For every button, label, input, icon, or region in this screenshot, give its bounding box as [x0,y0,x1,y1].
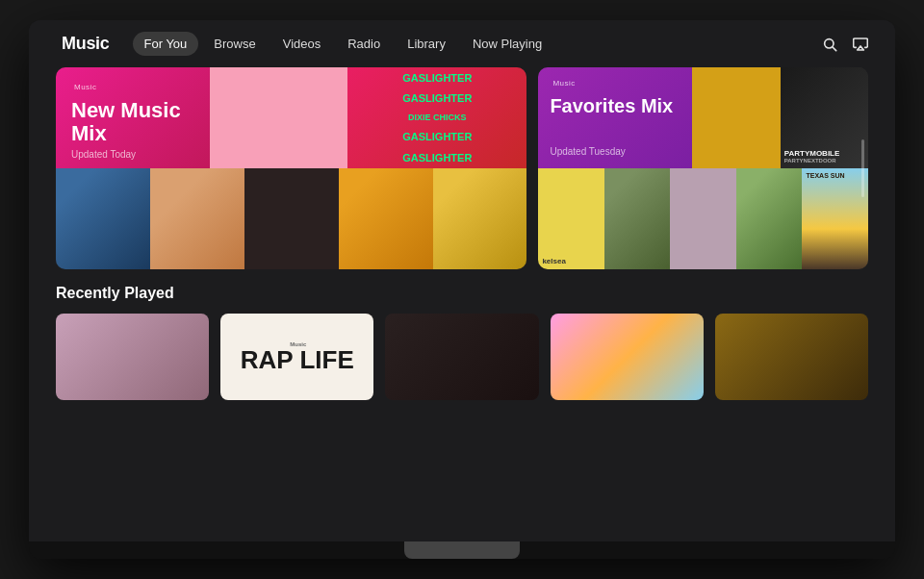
navbar: Music For You Browse Videos Radio Librar… [29,20,895,67]
left-panel: Music New Music Mix Updated Today GASLIG… [56,67,526,269]
screen: Music For You Browse Videos Radio Librar… [29,20,895,541]
tv-frame: Music For You Browse Videos Radio Librar… [29,20,895,559]
recently-played-section: Recently Played Music [56,285,868,400]
svg-marker-2 [858,46,864,50]
gaslighter-line4: GASLIGHTER [398,148,475,167]
recent-item-dark[interactable] [385,314,538,400]
album-gold [692,67,780,168]
thumb-mauve [670,168,736,269]
scrollbar [861,139,864,197]
app-name: Music [62,34,110,54]
thumb-blonde [150,168,244,269]
nav-item-radio[interactable]: Radio [336,32,392,56]
new-music-badge: Music [71,83,194,91]
nav-item-now-playing[interactable]: Now Playing [461,32,553,56]
right-top: Music Favorites Mix Updated Tuesday PART… [538,67,868,168]
recent-item-people[interactable] [56,314,209,400]
featured-row: Music New Music Mix Updated Today GASLIG… [56,67,868,269]
album-art-1 [210,67,347,168]
favorites-title: Favorites Mix [550,95,680,116]
gaslighter-card[interactable]: GASLIGHTER GASLIGHTER DIXIE CHICKS GASLI… [347,67,526,168]
recently-played-grid: Music RAP LIFE [56,314,868,400]
nav-item-browse[interactable]: Browse [202,32,267,56]
main-content: Music New Music Mix Updated Today GASLIG… [29,67,895,541]
thumb-yellow: kelsea [538,168,604,269]
thumb-landscape2 [736,168,803,269]
svg-line-1 [833,47,836,51]
recent-item-portrait[interactable] [715,314,868,400]
gaslighter-line1: GASLIGHTER [398,68,475,88]
new-music-mix-card[interactable]: Music New Music Mix Updated Today [56,67,210,168]
kelsea-label: kelsea [542,257,565,265]
recent-item-flowers[interactable] [551,314,704,400]
left-top: Music New Music Mix Updated Today GASLIG… [56,67,526,168]
party-mobile-text: PARTYMOBILE PARTYNEXTDOOR [784,150,840,164]
raplife-text: Music RAP LIFE [241,341,354,371]
thumb-yellow-hat [433,168,527,269]
left-bottom [56,168,526,269]
right-panel: Music Favorites Mix Updated Tuesday PART… [538,67,868,269]
thumb-dark [244,168,339,269]
gaslighter-artist: DIXIE CHICKS [404,110,471,127]
thumb-window [56,168,150,269]
new-music-title: New Music Mix [71,99,194,145]
party-mobile-card: PARTYMOBILE PARTYNEXTDOOR [781,67,868,168]
app-logo: Music [56,34,110,54]
texas-sun-card: TEXAS SUN [802,168,868,269]
favorites-mix-card[interactable]: Music Favorites Mix Updated Tuesday [538,67,692,168]
thumb-country [604,168,671,269]
nav-item-videos[interactable]: Videos [271,32,333,56]
recently-played-title: Recently Played [56,285,868,302]
nav-item-for-you[interactable]: For You [133,32,199,56]
thumb-cyclist [339,168,433,269]
gaslighter-line3: GASLIGHTER [398,127,475,146]
favorites-updated: Updated Tuesday [550,146,680,157]
tv-stand [404,541,520,559]
nav-items: For You Browse Videos Radio Library Now … [133,32,799,56]
new-music-updated: Updated Today [71,149,194,160]
airplay-icon[interactable] [853,37,868,52]
search-icon[interactable] [822,37,837,52]
right-bottom: kelsea TEXAS SUN [538,168,868,269]
gaslighter-line2: GASLIGHTER [398,88,475,108]
nav-icons [822,37,868,52]
nav-item-library[interactable]: Library [396,32,457,56]
favorites-badge: Music [550,79,680,88]
texas-sun-text: TEXAS SUN [806,172,844,179]
recent-item-raplife[interactable]: Music RAP LIFE [220,314,373,400]
